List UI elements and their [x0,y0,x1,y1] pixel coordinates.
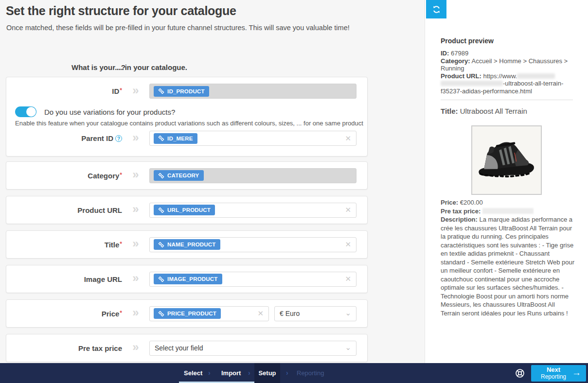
catalogue-structure-main: Set the right structure for your catalog… [0,0,425,363]
id-field-input[interactable]: ID_PRODUCT [149,84,356,99]
id-row: ID* » ID_PRODUCT [6,84,367,99]
preview-id-line: ID: 67989 [441,50,573,57]
category-card: Category* » CATEGORY [6,161,368,190]
step-setup[interactable]: Setup [254,363,280,383]
url-key: Product URL: [441,72,481,80]
page-subtitle: Once matched, these fields will be pre-f… [6,24,350,32]
step-import[interactable]: Import [221,363,241,383]
next-button-text: Next Reporting [536,366,571,380]
refresh-preview-button[interactable] [426,0,446,18]
price-value: €200.00 [460,199,483,206]
variations-hint: Enable this feature when your catalogue … [15,120,363,127]
product-url-label: Product URL [6,206,122,214]
mapped-field-chip[interactable]: ID_PRODUCT [154,86,209,97]
chip-label: PRICE_PRODUCT [167,311,216,316]
price-label-text: Price [102,310,120,318]
page-title: Set the right structure for your catalog… [6,4,236,18]
next-button-subtitle: Reporting [536,374,571,380]
product-image [471,125,542,195]
mapped-field-chip[interactable]: URL_PRODUCT [154,205,215,215]
image-url-label: Image URL [6,275,122,283]
chevron-right-icon: › [286,363,288,383]
category-field-input[interactable]: CATEGORY [149,168,356,183]
mapped-field-chip[interactable]: PRICE_PRODUCT [154,308,221,319]
preview-pretax-line: Pre tax price: [441,207,575,216]
chevron-right-icon: › [208,363,211,383]
mapped-field-chip[interactable]: CATEGORY [154,170,204,181]
next-step-button[interactable]: Next Reporting → [531,365,586,382]
preview-category-line: Category: Accueil > Homme > Chaussures >… [441,57,573,72]
help-lifebuoy-button[interactable] [515,368,525,379]
variations-toggle[interactable] [15,106,36,117]
title-field-input[interactable]: NAME_PRODUCT ✕ [149,237,356,252]
parent-id-row: Parent ID? » ID_MERE ✕ [6,131,367,146]
link-icon [158,88,164,94]
price-label: Price* [6,310,122,318]
double-chevron-icon: » [122,203,149,217]
category-row: Category* » CATEGORY [6,162,367,189]
variations-row: Do you use variations for your products? [15,106,175,117]
step-setup-label: Setup [258,369,276,377]
category-label-text: Category [88,172,119,180]
double-chevron-icon: » [122,272,149,286]
parent-id-label-text: Parent ID [81,134,113,142]
pretax-label-text: Pre tax price [78,344,122,352]
clear-icon[interactable]: ✕ [345,240,351,249]
redacted-text [441,81,503,86]
parent-id-field-input[interactable]: ID_MERE ✕ [149,131,356,146]
chevron-right-icon: › [248,363,250,383]
chip-label: IMAGE_PRODUCT [167,276,218,282]
product-url-row: Product URL » URL_PRODUCT ✕ [6,196,367,224]
product-url-field-input[interactable]: URL_PRODUCT ✕ [149,203,356,218]
preview-url-line: Product URL: https://www. -ultraboost-al… [441,72,573,95]
category-label: Category* [6,172,122,180]
column-header-right: ... in your catalogue. [117,63,187,71]
step-reporting[interactable]: Reporting [297,363,324,383]
clear-icon[interactable]: ✕ [345,275,351,283]
id-label: ID* [6,87,122,95]
link-icon [158,207,164,213]
image-url-field-input[interactable]: IMAGE_PRODUCT ✕ [149,272,356,287]
currency-select[interactable]: € Euro ⌄ [274,306,356,321]
pretax-card: Pre tax price » Select your field ⌄ [6,334,368,362]
price-key: Price: [441,199,458,206]
title-row: Title* » NAME_PRODUCT ✕ [6,231,367,258]
preview-heading: Product preview [441,37,494,45]
mapped-field-chip[interactable]: IMAGE_PRODUCT [154,274,222,284]
double-chevron-icon: » [122,341,149,355]
select-placeholder: Select your field [155,344,203,352]
double-chevron-icon: » [122,169,149,182]
mapped-field-chip[interactable]: NAME_PRODUCT [154,239,220,250]
pretax-field-select[interactable]: Select your field ⌄ [149,341,356,356]
lifebuoy-icon [515,368,525,379]
image-url-label-text: Image URL [84,275,122,283]
title-key: Title: [441,107,458,115]
clear-icon[interactable]: ✕ [257,309,264,318]
description-value: La marque adidas performance a crée les … [441,216,574,317]
shoe-image [473,127,540,193]
link-icon [158,135,164,141]
double-chevron-icon: » [122,307,149,320]
category-key: Category: [441,57,470,65]
preview-price-block: Price: €200.00 Pre tax price: Descriptio… [441,198,575,317]
wizard-footer-bar: Select › Import › Setup › Reporting Next… [0,363,588,383]
title-label-text: Title [105,241,120,249]
clear-icon[interactable]: ✕ [345,206,351,214]
link-icon [158,242,164,248]
product-url-label-text: Product URL [77,206,122,214]
step-select[interactable]: Select [184,363,202,383]
clear-icon[interactable]: ✕ [345,134,351,143]
double-chevron-icon: » [122,85,149,98]
preview-title-line: Title: Ultraboost All Terrain [441,107,527,115]
url-value-mid: -ultraboost-all-terrain- [503,80,563,87]
help-icon[interactable]: ? [115,135,122,142]
image-url-row: Image URL » IMAGE_PRODUCT ✕ [6,265,367,293]
link-icon [158,173,164,179]
price-field-input[interactable]: PRICE_PRODUCT ✕ [149,306,269,321]
description-key: Description: [441,216,478,223]
chip-label: NAME_PRODUCT [167,242,216,247]
price-card: Price* » PRICE_PRODUCT ✕ € Euro ⌄ [6,299,368,328]
title-card: Title* » NAME_PRODUCT ✕ [6,230,368,259]
redacted-text [482,208,534,214]
mapped-field-chip[interactable]: ID_MERE [154,133,197,144]
